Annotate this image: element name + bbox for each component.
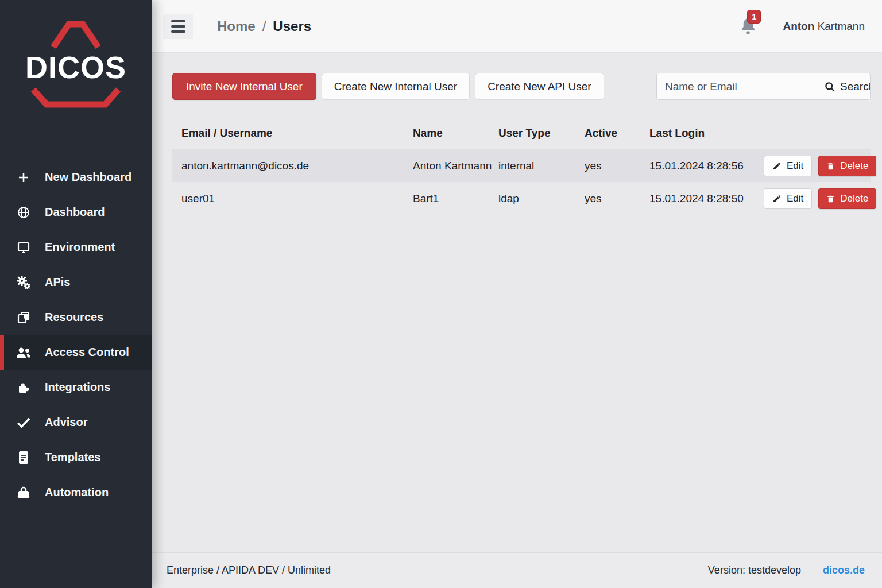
hamburger-menu-icon[interactable]	[163, 14, 193, 39]
edit-user-button[interactable]: Edit	[764, 156, 812, 176]
breadcrumb-home-link[interactable]: Home	[217, 18, 256, 34]
create-new-api-user-button[interactable]: Create New API User	[475, 73, 604, 100]
sidebar-item-label: Integrations	[45, 381, 110, 394]
sidebar-item-environment[interactable]: Environment	[0, 230, 152, 265]
notifications-button[interactable]: 1	[739, 17, 757, 36]
app-window: DICOS New Dashboard Dashboard	[0, 0, 882, 588]
col-header-email-username: Email / Username	[172, 127, 413, 140]
sidebar-item-dashboard[interactable]: Dashboard	[0, 195, 152, 230]
main-column: Home / Users 1 Anton Kartmann	[152, 0, 882, 588]
sidebar-item-access-control[interactable]: Access Control	[0, 335, 152, 370]
user-last-name: Kartmann	[818, 20, 865, 32]
search-icon	[824, 81, 835, 92]
cell-last-login: 15.01.2024 8:28:56	[649, 160, 764, 172]
sidebar-item-label: New Dashboard	[45, 171, 131, 184]
trash-icon	[826, 194, 835, 203]
cell-actions: Edit Delete	[764, 188, 880, 209]
top-header: Home / Users 1 Anton Kartmann	[152, 0, 882, 53]
sidebar-item-integrations[interactable]: Integrations	[0, 370, 152, 405]
dicos-website-link[interactable]: dicos.de	[823, 564, 865, 577]
delete-user-button[interactable]: Delete	[818, 156, 876, 176]
sidebar-item-label: Automation	[45, 486, 109, 499]
sidebar-item-label: Templates	[45, 451, 100, 464]
puzzle-icon	[14, 381, 33, 394]
edit-button-label: Edit	[787, 160, 803, 172]
monitor-icon	[14, 241, 33, 254]
cell-active: yes	[585, 160, 649, 172]
sidebar-item-automation[interactable]: Automation	[0, 475, 152, 510]
sidebar-item-label: Access Control	[45, 346, 129, 359]
sidebar-item-advisor[interactable]: Advisor	[0, 405, 152, 440]
topbar-right: 1 Anton Kartmann	[739, 17, 865, 36]
toolbox-icon	[14, 486, 33, 500]
cell-active: yes	[585, 192, 649, 205]
cell-last-login: 15.01.2024 8:28:50	[649, 192, 764, 205]
col-header-active: Active	[585, 127, 649, 140]
logo-bracket-bottom-icon	[30, 86, 122, 109]
user-menu[interactable]: Anton Kartmann	[783, 20, 865, 33]
cell-user-type: internal	[498, 160, 585, 172]
cell-name: Bart1	[413, 192, 498, 205]
cell-user-type: ldap	[498, 192, 585, 205]
sidebar-item-label: Dashboard	[45, 206, 105, 219]
edit-button-label: Edit	[787, 193, 803, 204]
sidebar-nav: New Dashboard Dashboard Environment	[0, 160, 152, 510]
delete-button-label: Delete	[840, 160, 868, 172]
users-icon	[14, 346, 33, 359]
sidebar-item-label: Environment	[45, 241, 115, 254]
cell-name: Anton Kartmann	[413, 160, 498, 172]
invite-new-internal-user-button[interactable]: Invite New Internal User	[172, 73, 316, 100]
sidebar-item-resources[interactable]: Resources	[0, 300, 152, 335]
search-button-label: Search	[840, 80, 871, 93]
license-info: Enterprise / APIIDA DEV / Unlimited	[167, 564, 331, 577]
plus-icon	[14, 171, 33, 184]
users-table: Email / Username Name User Type Active L…	[172, 117, 871, 215]
sidebar-item-templates[interactable]: Templates	[0, 440, 152, 475]
sidebar-item-new-dashboard[interactable]: New Dashboard	[0, 160, 152, 195]
copy-icon	[14, 311, 33, 324]
notification-count-badge: 1	[747, 10, 761, 24]
create-new-internal-user-button[interactable]: Create New Internal User	[322, 73, 470, 100]
delete-user-button[interactable]: Delete	[818, 188, 876, 209]
version-label: Version: testdevelop	[708, 564, 801, 577]
footer-right: Version: testdevelop dicos.de	[708, 564, 865, 577]
delete-button-label: Delete	[840, 193, 868, 204]
pencil-icon	[772, 194, 782, 203]
cell-email: user01	[172, 192, 413, 205]
pencil-icon	[772, 161, 782, 171]
globe-icon	[14, 206, 33, 219]
search-group: Search	[656, 73, 871, 100]
col-header-user-type: User Type	[498, 127, 585, 140]
search-input[interactable]	[657, 74, 814, 99]
table-row: user01 Bart1 ldap yes 15.01.2024 8:28:50…	[172, 182, 871, 215]
breadcrumb-current-page: Users	[273, 18, 311, 34]
sidebar-item-label: APis	[45, 276, 70, 289]
sidebar-item-label: Resources	[45, 311, 103, 324]
cell-actions: Edit Delete	[764, 156, 880, 176]
gears-icon	[14, 275, 33, 290]
table-row: anton.kartmann@dicos.de Anton Kartmann i…	[172, 149, 871, 182]
user-actions-toolbar: Invite New Internal User Create New Inte…	[172, 73, 871, 100]
sidebar-item-apis[interactable]: APis	[0, 265, 152, 300]
breadcrumb: Home / Users	[217, 18, 311, 34]
sidebar: DICOS New Dashboard Dashboard	[0, 0, 152, 588]
sidebar-item-label: Advisor	[45, 416, 87, 429]
logo-text: DICOS	[25, 52, 126, 83]
check-icon	[14, 416, 33, 430]
trash-icon	[826, 161, 835, 171]
col-header-name: Name	[413, 127, 498, 140]
users-table-header: Email / Username Name User Type Active L…	[172, 117, 871, 149]
edit-user-button[interactable]: Edit	[764, 188, 812, 209]
footer: Enterprise / APIIDA DEV / Unlimited Vers…	[152, 552, 882, 588]
col-header-last-login: Last Login	[649, 127, 764, 140]
breadcrumb-separator: /	[262, 18, 266, 34]
cell-email: anton.kartmann@dicos.de	[172, 160, 413, 172]
file-lines-icon	[14, 451, 33, 465]
dicos-logo: DICOS	[0, 0, 152, 115]
search-button[interactable]: Search	[814, 74, 871, 99]
logo-triangle-top-icon	[33, 20, 119, 49]
content-area: Invite New Internal User Create New Inte…	[152, 53, 882, 552]
user-first-name: Anton	[783, 20, 814, 32]
